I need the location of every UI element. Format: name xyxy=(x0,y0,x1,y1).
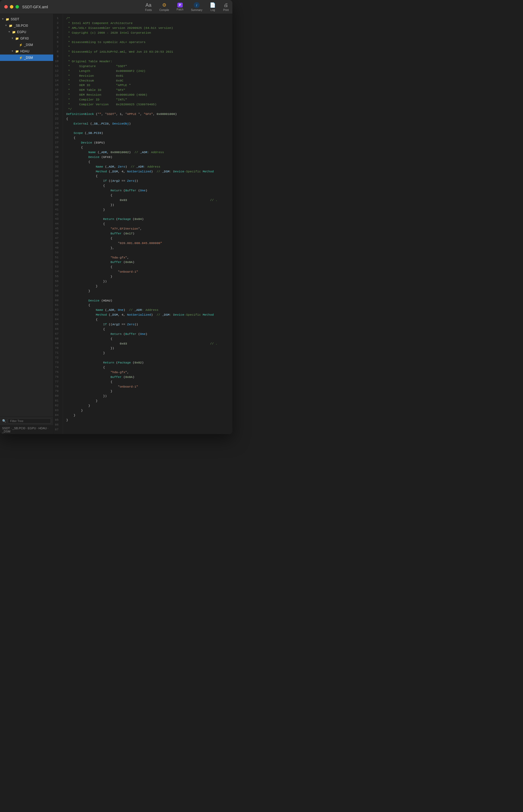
summary-icon: i xyxy=(194,2,200,8)
log-label: Log xyxy=(211,8,215,12)
patch-label: Patch xyxy=(177,8,183,11)
sidebar-item-sb-pci0[interactable]: ▼ 📁 _SB.PCI0 xyxy=(0,22,53,29)
search-icon: 🔍 xyxy=(2,419,6,423)
folder-icon: 📁 xyxy=(15,49,19,53)
log-icon: 📄 xyxy=(210,2,216,8)
toolbar: Aa Fonts ⚙ Compile P Patch i Summary 📄 L… xyxy=(141,0,232,14)
tree-container[interactable]: ▼ 📁 SSDT ▼ 📁 _SB.PCI0 ▼ 📁 EGPU ▼ 📁 GFX0 xyxy=(0,14,53,417)
breadcrumb-bar: SSDT · _SB.PCI0 · EGPU · HDAU · _DSM xyxy=(0,425,53,434)
folder-icon: 📁 xyxy=(8,23,13,28)
minimize-button[interactable] xyxy=(10,5,13,8)
sidebar-item-label: HDAU xyxy=(20,50,30,53)
sidebar-item-label: _SB.PCI0 xyxy=(14,24,28,28)
window-title: SSDT-GFX.aml xyxy=(22,5,48,9)
traffic-lights xyxy=(4,5,19,8)
line-numbers: 1234567891011121314151617181920212223242… xyxy=(53,14,63,434)
fonts-label: Fonts xyxy=(145,8,152,12)
sidebar-item-label: GFX0 xyxy=(20,37,29,40)
sidebar-item-label: _DSM xyxy=(24,56,33,59)
filter-input[interactable] xyxy=(8,418,51,424)
filter-bar: 🔍 xyxy=(0,417,53,425)
sidebar-item-label: EGPU xyxy=(17,30,26,34)
sidebar-item-gfx0[interactable]: ▼ 📁 GFX0 xyxy=(0,35,53,42)
chevron-icon: ▼ xyxy=(5,24,8,27)
fonts-button[interactable]: Aa Fonts xyxy=(141,0,156,14)
dsm-icon: ⚡ xyxy=(19,43,23,47)
sidebar-item-dsm2[interactable]: ▶ ⚡ _DSM xyxy=(0,54,53,61)
patch-icon: P xyxy=(177,3,183,7)
chevron-icon: ▼ xyxy=(8,31,11,34)
sidebar-item-ssdt[interactable]: ▼ 📁 SSDT xyxy=(0,16,53,22)
dsm-icon: ⚡ xyxy=(19,56,23,60)
chevron-icon: ▼ xyxy=(11,50,14,53)
log-button[interactable]: 📄 Log xyxy=(206,0,219,14)
main-layout: ▼ 📁 SSDT ▼ 📁 _SB.PCI0 ▼ 📁 EGPU ▼ 📁 GFX0 xyxy=(0,14,232,434)
folder-icon: 📁 xyxy=(15,36,19,41)
code-editor[interactable]: 1234567891011121314151617181920212223242… xyxy=(53,14,232,434)
title-bar: SSDT-GFX.aml Aa Fonts ⚙ Compile P Patch … xyxy=(0,0,232,14)
chevron-icon: ▼ xyxy=(2,18,5,21)
code-lines: /* * Intel ACPI Component Architecture *… xyxy=(63,14,232,434)
folder-icon: 📁 xyxy=(5,17,10,21)
fonts-icon: Aa xyxy=(146,2,151,8)
chevron-icon: ▼ xyxy=(11,37,14,40)
print-label: Print xyxy=(223,8,229,12)
summary-button[interactable]: i Summary xyxy=(187,0,206,14)
print-icon: 🖨 xyxy=(223,2,228,8)
sidebar-item-egpu[interactable]: ▼ 📁 EGPU xyxy=(0,29,53,35)
code-content: 1234567891011121314151617181920212223242… xyxy=(53,14,232,434)
sidebar-item-label: _DSM xyxy=(24,43,33,47)
sidebar-item-dsm1[interactable]: ▶ ⚡ _DSM xyxy=(0,42,53,48)
compile-icon: ⚙ xyxy=(162,2,166,8)
sidebar: ▼ 📁 SSDT ▼ 📁 _SB.PCI0 ▼ 📁 EGPU ▼ 📁 GFX0 xyxy=(0,14,53,434)
folder-icon: 📁 xyxy=(12,30,16,34)
summary-label: Summary xyxy=(191,8,202,12)
close-button[interactable] xyxy=(4,5,8,8)
maximize-button[interactable] xyxy=(16,5,19,8)
sidebar-item-label: SSDT xyxy=(11,17,19,21)
compile-button[interactable]: ⚙ Compile xyxy=(156,0,173,14)
print-button[interactable]: 🖨 Print xyxy=(219,0,232,14)
breadcrumb: SSDT · _SB.PCI0 · EGPU · HDAU · _DSM xyxy=(2,427,48,433)
patch-button[interactable]: P Patch xyxy=(173,0,187,14)
sidebar-item-hdau[interactable]: ▼ 📁 HDAU xyxy=(0,48,53,54)
compile-label: Compile xyxy=(159,8,169,12)
